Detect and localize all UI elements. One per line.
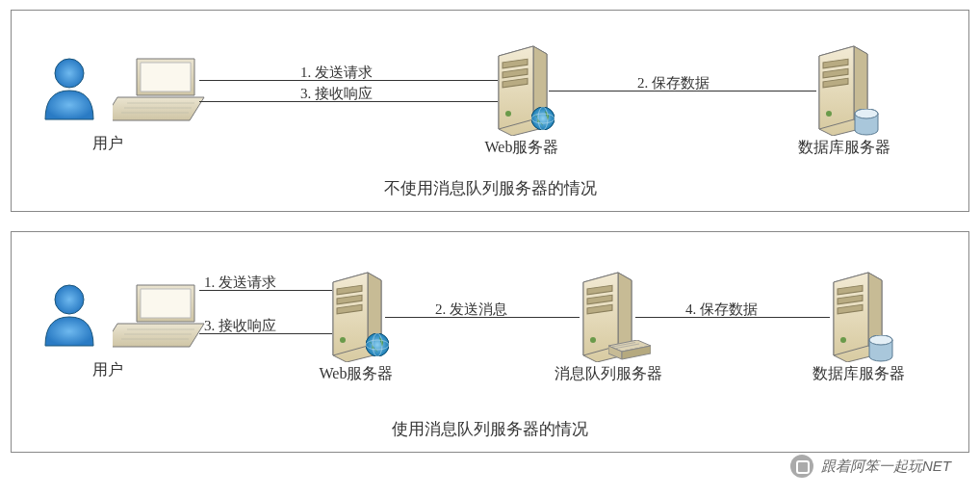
node-label-db: 数据库服务器 — [787, 138, 902, 158]
edge-label-recv-response: 3. 接收响应 — [204, 317, 276, 335]
globe-icon — [531, 107, 554, 130]
user-icon — [40, 280, 98, 348]
laptop-icon — [113, 57, 209, 124]
node-label-mq: 消息队列服务器 — [546, 364, 671, 384]
user-icon — [40, 54, 98, 121]
node-label-user: 用户 — [79, 360, 137, 380]
edge-label-save-data: 4. 保存数据 — [685, 301, 758, 319]
laptop-icon — [113, 283, 209, 351]
queue-tray-icon — [608, 340, 651, 361]
panel2-caption: 使用消息队列服务器的情况 — [12, 418, 968, 440]
edge-label-send-request: 1. 发送请求 — [300, 64, 373, 82]
node-label-web: Web服务器 — [474, 138, 570, 158]
node-label-user: 用户 — [79, 134, 137, 154]
database-icon — [868, 335, 893, 362]
node-label-db: 数据库服务器 — [801, 364, 916, 384]
edge-label-save-data: 2. 保存数据 — [637, 74, 709, 92]
globe-icon — [366, 333, 389, 356]
edge-label-send-message: 2. 发送消息 — [435, 301, 507, 319]
panel-with-mq: 用户 Web服务器 消息队列服务器 数据库服务器 1. 发送请求 3. 接收响应… — [11, 231, 969, 453]
edge-label-send-request: 1. 发送请求 — [204, 274, 276, 292]
watermark-text: 跟着阿笨一起玩NET — [821, 458, 951, 476]
edge-label-recv-response: 3. 接收响应 — [300, 85, 373, 103]
panel1-caption: 不使用消息队列服务器的情况 — [12, 177, 968, 199]
wechat-icon — [790, 455, 813, 478]
watermark: 跟着阿笨一起玩NET — [790, 455, 951, 478]
panel-without-mq: 用户 Web服务器 数据库服务器 1. 发送请求 3. 接收响应 2. 保存数据… — [11, 10, 969, 212]
node-label-web: Web服务器 — [308, 364, 404, 384]
database-icon — [854, 109, 879, 136]
